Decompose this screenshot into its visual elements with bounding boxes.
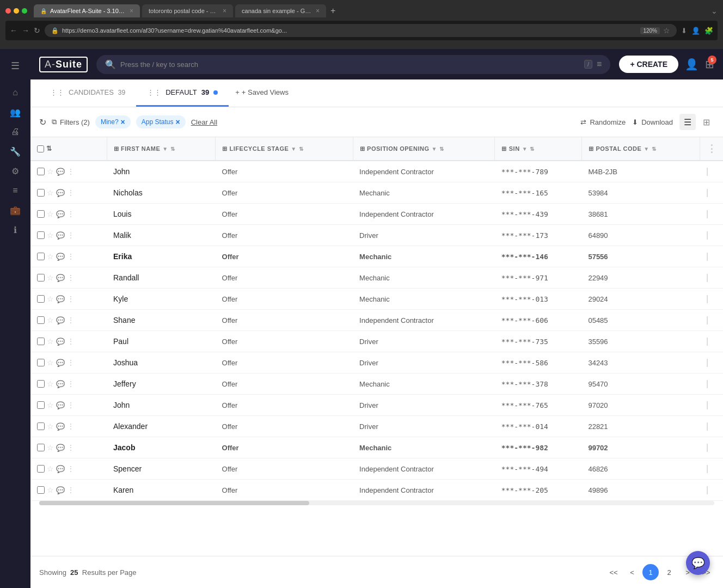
notification-button[interactable]: ⊞ 5: [705, 58, 714, 71]
row-comment-15[interactable]: 💬: [56, 486, 65, 494]
people-icon[interactable]: 👥: [5, 102, 25, 122]
table-row[interactable]: ☆ 💬 ⋮ LouisOfferIndependent Contractor**…: [30, 204, 723, 225]
row-star-4[interactable]: ☆: [47, 252, 54, 261]
row-star-9[interactable]: ☆: [47, 358, 54, 367]
row-checkbox-1[interactable]: [37, 189, 45, 197]
address-bar[interactable]: 🔒 https://demo3.avatarfleet.com/af30?use…: [45, 24, 677, 37]
browser-tab-postal[interactable]: totoronto postal code - Google ... ×: [142, 4, 233, 17]
row-star-7[interactable]: ☆: [47, 316, 54, 324]
row-comment-6[interactable]: 💬: [56, 295, 65, 303]
profile-nav-icon[interactable]: 👤: [691, 27, 700, 35]
row-more-11[interactable]: ⋮: [67, 401, 75, 409]
row-star-2[interactable]: ☆: [47, 210, 54, 218]
row-more-10[interactable]: ⋮: [67, 379, 75, 388]
clear-all-button[interactable]: Clear All: [191, 118, 217, 126]
th-filter-icon-4[interactable]: ▼: [522, 146, 528, 152]
saved-views-button[interactable]: + + Saved Views: [229, 84, 295, 102]
tab-overflow-icon[interactable]: ⌄: [711, 7, 718, 15]
grid-view-button[interactable]: ⊞: [698, 114, 714, 130]
tab-close-icon-2[interactable]: ×: [223, 7, 226, 15]
th-sort-icon-sin[interactable]: ⇅: [530, 146, 535, 152]
search-bar[interactable]: 🔍 Press the / key to search / ≡: [96, 55, 610, 74]
row-checkbox-9[interactable]: [37, 359, 45, 366]
table-row[interactable]: ☆ 💬 ⋮ KarenOfferIndependent Contractor**…: [30, 480, 723, 501]
info-icon[interactable]: ℹ: [5, 220, 25, 240]
row-checkbox-14[interactable]: [37, 465, 45, 473]
user-profile-icon[interactable]: 👤: [685, 58, 699, 71]
forward-button[interactable]: →: [22, 26, 29, 35]
row-checkbox-4[interactable]: [37, 253, 45, 260]
table-row[interactable]: ☆ 💬 ⋮ JoshuaOfferDriver***-***-58634243|: [30, 352, 723, 373]
print-icon[interactable]: 🖨: [5, 122, 25, 142]
th-sort-icon-name[interactable]: ⇅: [170, 146, 175, 152]
table-row[interactable]: ☆ 💬 ⋮ AlexanderOfferDriver***-***-014228…: [30, 416, 723, 437]
hamburger-menu-button[interactable]: ☰: [7, 56, 24, 76]
table-row[interactable]: ☆ 💬 ⋮ JohnOfferDriver***-***-76597020|: [30, 395, 723, 416]
row-checkbox-6[interactable]: [37, 295, 45, 303]
row-comment-1[interactable]: 💬: [56, 189, 65, 197]
row-comment-3[interactable]: 💬: [56, 231, 65, 240]
tab-close-icon[interactable]: ×: [130, 7, 133, 15]
back-button[interactable]: ←: [10, 26, 17, 35]
row-comment-12[interactable]: 💬: [56, 422, 65, 431]
mine-filter-chip[interactable]: Mine? ×: [95, 115, 131, 128]
row-checkbox-12[interactable]: [37, 422, 45, 430]
browser-tab-asuite[interactable]: 🔒 AvatarFleet A-Suite - 3.109.4 ×: [34, 4, 140, 17]
row-more-12[interactable]: ⋮: [67, 422, 75, 431]
row-star-6[interactable]: ☆: [47, 295, 54, 303]
row-more-8[interactable]: ⋮: [67, 337, 75, 346]
row-checkbox-5[interactable]: [37, 274, 45, 281]
row-star-3[interactable]: ☆: [47, 231, 54, 240]
row-more-4[interactable]: ⋮: [67, 252, 75, 261]
list-view-button[interactable]: ☰: [679, 114, 696, 130]
row-star-8[interactable]: ☆: [47, 337, 54, 346]
row-star-15[interactable]: ☆: [47, 486, 54, 494]
row-more-1[interactable]: ⋮: [67, 188, 75, 197]
refresh-button[interactable]: ↻: [39, 117, 46, 127]
row-comment-0[interactable]: 💬: [56, 168, 65, 176]
sliders-icon[interactable]: ≡: [5, 181, 25, 200]
browser-tab-sin[interactable]: canada sin example - Google S... ×: [235, 4, 326, 17]
row-checkbox-13[interactable]: [37, 444, 45, 451]
row-star-14[interactable]: ☆: [47, 464, 54, 473]
star-bookmark-icon[interactable]: ☆: [663, 26, 670, 35]
row-star-11[interactable]: ☆: [47, 401, 54, 409]
tab-default[interactable]: ⋮⋮ DEFAULT 39: [136, 79, 229, 107]
th-postal[interactable]: ⊞ POSTAL CODE ▼ ⇅: [581, 137, 700, 161]
th-first-name[interactable]: ⊞ FIRST NAME ▼ ⇅: [107, 137, 216, 161]
column-more-icon[interactable]: ⋮: [707, 143, 717, 154]
table-row[interactable]: ☆ 💬 ⋮ NicholasOfferMechanic***-***-16553…: [30, 182, 723, 204]
table-row[interactable]: ☆ 💬 ⋮ PaulOfferDriver***-***-73535596|: [30, 331, 723, 352]
row-star-0[interactable]: ☆: [47, 167, 54, 176]
download-button[interactable]: ⬇ Download: [632, 118, 673, 126]
mine-chip-remove-icon[interactable]: ×: [121, 118, 125, 126]
table-row[interactable]: ☆ 💬 ⋮ JefferyOfferMechanic***-***-378954…: [30, 373, 723, 395]
row-comment-13[interactable]: 💬: [56, 444, 65, 452]
th-filter-icon-2[interactable]: ▼: [291, 146, 296, 152]
row-more-0[interactable]: ⋮: [67, 167, 75, 176]
row-more-14[interactable]: ⋮: [67, 464, 75, 473]
row-comment-4[interactable]: 💬: [56, 253, 65, 261]
row-checkbox-8[interactable]: [37, 338, 45, 345]
table-row[interactable]: ☆ 💬 ⋮ ShaneOfferIndependent Contractor**…: [30, 310, 723, 331]
th-more[interactable]: ⋮: [700, 137, 723, 161]
table-row[interactable]: ☆ 💬 ⋮ SpencerOfferIndependent Contractor…: [30, 458, 723, 480]
table-row[interactable]: ☆ 💬 ⋮ RandallOfferMechanic***-***-971229…: [30, 267, 723, 289]
th-lifecycle[interactable]: ⊞ LIFECYCLE STAGE ▼ ⇅: [216, 137, 353, 161]
table-row[interactable]: ☆ 💬 ⋮ JacobOfferMechanic***-***-98299702…: [30, 437, 723, 458]
row-checkbox-7[interactable]: [37, 316, 45, 324]
home-icon[interactable]: ⌂: [5, 83, 25, 102]
tab-close-icon-3[interactable]: ×: [316, 7, 320, 15]
row-comment-10[interactable]: 💬: [56, 380, 65, 388]
th-sort-icon-position[interactable]: ⇅: [439, 146, 444, 152]
horizontal-scrollbar-thumb[interactable]: [39, 501, 309, 505]
row-more-5[interactable]: ⋮: [67, 273, 75, 282]
new-tab-button[interactable]: +: [330, 6, 335, 16]
prev-page-button[interactable]: <: [624, 564, 640, 580]
th-filter-icon-5[interactable]: ▼: [644, 146, 649, 152]
row-checkbox-15[interactable]: [37, 486, 45, 494]
row-checkbox-3[interactable]: [37, 231, 45, 239]
filter-button[interactable]: ⧉ Filters (2): [52, 118, 90, 126]
reload-button[interactable]: ↻: [34, 26, 40, 35]
horizontal-scrollbar[interactable]: [39, 501, 714, 505]
